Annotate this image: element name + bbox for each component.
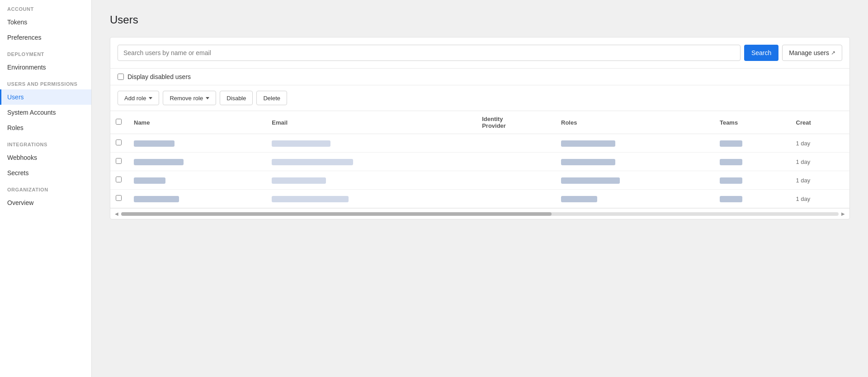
- external-link-icon: ↗: [831, 50, 835, 56]
- row-3-check: [110, 190, 128, 208]
- row-1-created: 1 day: [791, 153, 849, 171]
- add-role-button[interactable]: Add role: [118, 91, 159, 105]
- row-3-teams: [714, 190, 791, 208]
- sidebar-item-environments[interactable]: Environments: [0, 60, 91, 75]
- horizontal-scrollbar: ◀ ▶: [110, 208, 849, 219]
- th-roles: Roles: [556, 111, 714, 134]
- row-2-check: [110, 171, 128, 190]
- row-0-checkbox[interactable]: [116, 140, 122, 145]
- row-3-email: [266, 190, 476, 208]
- sidebar-section-integrations: INTEGRATIONS: [0, 135, 91, 150]
- display-disabled-row: Display disabled users: [110, 69, 849, 85]
- row-3-checkbox[interactable]: [116, 195, 122, 201]
- main-content: Users Search Manage users ↗ Display disa…: [92, 0, 868, 377]
- scroll-track[interactable]: [121, 212, 839, 216]
- row-2-email: [266, 171, 476, 190]
- row-2-roles: [556, 171, 714, 190]
- remove-role-chevron-icon: [206, 97, 209, 99]
- table-row: 1 day: [110, 171, 849, 190]
- display-disabled-checkbox[interactable]: [118, 74, 124, 80]
- row-1-name: [128, 153, 266, 171]
- table-row: 1 day: [110, 134, 849, 153]
- users-table-wrapper: Name Email IdentityProvider Roles Teams …: [110, 111, 849, 208]
- table-header-row: Name Email IdentityProvider Roles Teams …: [110, 111, 849, 134]
- row-3-roles: [556, 190, 714, 208]
- scroll-right-arrow[interactable]: ▶: [840, 210, 846, 217]
- row-1-teams: [714, 153, 791, 171]
- disable-label: Disable: [226, 95, 246, 102]
- disable-button[interactable]: Disable: [220, 91, 253, 105]
- row-3-identity-provider: [476, 190, 556, 208]
- sidebar-item-tokens[interactable]: Tokens: [0, 14, 91, 30]
- delete-label: Delete: [263, 95, 280, 102]
- row-1-checkbox[interactable]: [116, 158, 122, 164]
- sidebar-section-deployment: DEPLOYMENT: [0, 45, 91, 60]
- row-2-identity-provider: [476, 171, 556, 190]
- sidebar-item-overview[interactable]: Overview: [0, 195, 91, 210]
- sidebar-item-system-accounts[interactable]: System Accounts: [0, 105, 91, 120]
- sidebar-item-webhooks[interactable]: Webhooks: [0, 150, 91, 165]
- row-0-identity-provider: [476, 134, 556, 153]
- row-0-name: [128, 134, 266, 153]
- row-0-teams: [714, 134, 791, 153]
- sidebar-section-organization: ORGANIZATION: [0, 181, 91, 195]
- manage-users-button[interactable]: Manage users ↗: [782, 45, 842, 61]
- sidebar: ACCOUNTTokensPreferencesDEPLOYMENTEnviro…: [0, 0, 92, 377]
- users-table: Name Email IdentityProvider Roles Teams …: [110, 111, 849, 208]
- sidebar-item-secrets[interactable]: Secrets: [0, 165, 91, 181]
- th-check: [110, 111, 128, 134]
- row-1-identity-provider: [476, 153, 556, 171]
- row-3-name: [128, 190, 266, 208]
- scroll-left-arrow[interactable]: ◀: [114, 210, 119, 217]
- table-row: 1 day: [110, 153, 849, 171]
- row-1-email: [266, 153, 476, 171]
- table-row: 1 day: [110, 190, 849, 208]
- row-1-roles: [556, 153, 714, 171]
- sidebar-section-users-and-permissions: USERS AND PERMISSIONS: [0, 75, 91, 89]
- delete-button[interactable]: Delete: [256, 91, 287, 105]
- row-2-created: 1 day: [791, 171, 849, 190]
- th-identity-provider: IdentityProvider: [476, 111, 556, 134]
- page-title: Users: [110, 14, 850, 26]
- row-0-created: 1 day: [791, 134, 849, 153]
- users-card: Search Manage users ↗ Display disabled u…: [110, 37, 850, 219]
- display-disabled-label[interactable]: Display disabled users: [127, 73, 191, 80]
- action-bar: Add role Remove role Disable Delete: [110, 85, 849, 111]
- row-0-check: [110, 134, 128, 153]
- search-button[interactable]: Search: [744, 45, 778, 61]
- row-0-roles: [556, 134, 714, 153]
- select-all-checkbox[interactable]: [116, 119, 122, 125]
- th-name: Name: [128, 111, 266, 134]
- remove-role-label: Remove role: [170, 95, 203, 102]
- search-bar: Search Manage users ↗: [110, 37, 849, 69]
- scroll-thumb: [121, 212, 552, 216]
- row-2-checkbox[interactable]: [116, 177, 122, 182]
- row-2-teams: [714, 171, 791, 190]
- sidebar-item-users[interactable]: Users: [0, 89, 91, 105]
- row-1-check: [110, 153, 128, 171]
- row-2-name: [128, 171, 266, 190]
- th-email: Email: [266, 111, 476, 134]
- sidebar-item-roles[interactable]: Roles: [0, 120, 91, 135]
- remove-role-button[interactable]: Remove role: [163, 91, 216, 105]
- sidebar-item-preferences[interactable]: Preferences: [0, 30, 91, 45]
- sidebar-section-account: ACCOUNT: [0, 0, 91, 14]
- th-teams: Teams: [714, 111, 791, 134]
- add-role-label: Add role: [124, 95, 146, 102]
- search-input[interactable]: [118, 45, 741, 61]
- manage-users-label: Manage users: [789, 49, 829, 56]
- row-0-email: [266, 134, 476, 153]
- th-created: Creat: [791, 111, 849, 134]
- row-3-created: 1 day: [791, 190, 849, 208]
- add-role-chevron-icon: [149, 97, 152, 99]
